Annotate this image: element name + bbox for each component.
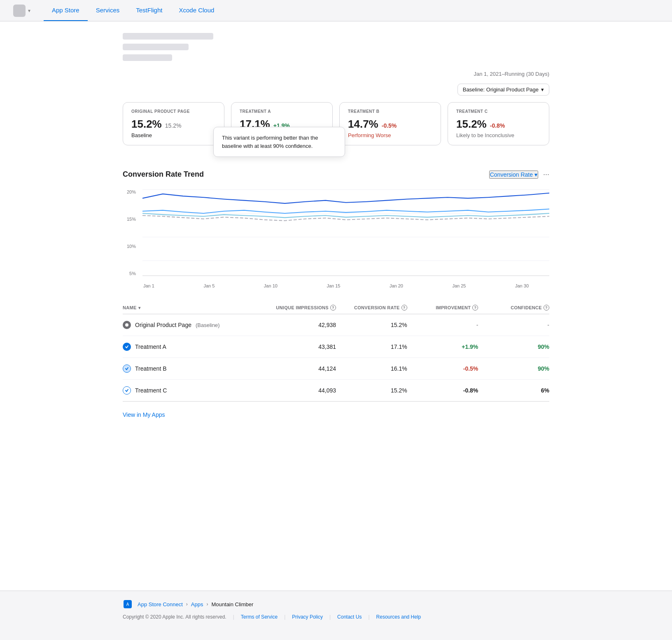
x-label-jan15: Jan 15 (327, 283, 340, 288)
row-treatment-b-impressions: 44,124 (265, 365, 336, 372)
breadcrumb-app-store-connect[interactable]: App Store Connect (138, 601, 183, 607)
row-treatment-a-improvement: +1.9% (407, 343, 478, 350)
tooltip: This variant is performing better than t… (213, 127, 345, 157)
chart-header: Conversion Rate Trend Conversion Rate ▾ … (123, 170, 549, 179)
dropdown-chevron-icon: ▾ (541, 86, 544, 93)
table-row: Treatment C 44,093 15.2% -0.8% 6% (123, 380, 549, 402)
row-original-conversion: 15.2% (336, 322, 407, 328)
privacy-link[interactable]: Privacy Policy (292, 614, 323, 620)
footer-links: Copyright © 2020 Apple Inc. All rights r… (123, 614, 549, 620)
row-treatment-c-name: Treatment C (135, 387, 167, 394)
card-treatment-c: TREATMENT C 15.2% -0.8% Likely to be Inc… (448, 102, 549, 145)
breadcrumb-apps[interactable]: Apps (191, 601, 203, 607)
row-original-impressions: 42,938 (265, 322, 336, 328)
card-original-values: 15.2% 15.2% (131, 118, 216, 131)
svg-text:A: A (126, 602, 129, 607)
x-label-jan20: Jan 20 (390, 283, 403, 288)
row-treatment-c-impressions: 44,093 (265, 387, 336, 394)
table-header: NAME ▾ UNIQUE IMPRESSIONS ? CONVERSION R… (123, 301, 549, 314)
row-name-original: Original Product Page (Baseline) (123, 321, 265, 329)
row-treatment-b-name: Treatment B (135, 365, 167, 372)
col-improvement: IMPROVEMENT ? (407, 305, 478, 311)
row-original-improvement: - (407, 322, 478, 328)
chart-svg (123, 185, 549, 280)
blurred-header (123, 33, 549, 61)
breadcrumb-current: Mountain Climber (212, 601, 254, 607)
confidence-help-icon[interactable]: ? (544, 305, 549, 311)
row-original-confidence: - (478, 322, 549, 328)
metric-cards-container: ORIGINAL PRODUCT PAGE 15.2% 15.2% Baseli… (123, 102, 549, 145)
table-row: Treatment B 44,124 16.1% -0.5% 90% (123, 358, 549, 380)
main-content: Jan 1, 2021–Running (30 Days) Baseline: … (0, 21, 672, 591)
date-baseline-row: Jan 1, 2021–Running (30 Days) Baseline: … (123, 71, 549, 96)
chart-metric-chevron-icon: ▾ (534, 171, 537, 178)
x-label-jan1: Jan 1 (143, 283, 154, 288)
row-treatment-b-confidence: 90% (478, 365, 549, 372)
row-name-treatment-c: Treatment C (123, 386, 265, 395)
card-treatment-b-status: Performing Worse (348, 132, 432, 138)
badge-treatment-c (123, 386, 131, 395)
col-impressions: UNIQUE IMPRESSIONS ? (265, 305, 336, 311)
tab-testflight[interactable]: TestFlight (128, 0, 170, 21)
resources-link[interactable]: Resources and Help (376, 614, 421, 620)
card-original-status: Baseline (131, 132, 216, 138)
col-name: NAME ▾ (123, 305, 265, 311)
blurred-line-2 (123, 44, 189, 50)
chart-container: 20% 15% 10% 5% (123, 185, 549, 288)
improvement-help-icon[interactable]: ? (472, 305, 478, 311)
sort-icon[interactable]: ▾ (138, 306, 140, 310)
row-original-tag: (Baseline) (196, 322, 220, 328)
tab-xcode-cloud[interactable]: Xcode Cloud (170, 0, 222, 21)
brand-chevron-icon[interactable]: ▾ (28, 8, 30, 14)
card-treatment-b-values: 14.7% -0.5% (348, 118, 432, 131)
y-label-20: 20% (123, 189, 139, 194)
top-navigation: ▾ App Store Services TestFlight Xcode Cl… (0, 0, 672, 21)
table-section: NAME ▾ UNIQUE IMPRESSIONS ? CONVERSION R… (123, 301, 549, 402)
date-range: Jan 1, 2021–Running (30 Days) (474, 71, 549, 77)
chart-more-icon[interactable]: ··· (543, 170, 549, 179)
chart-metric-button[interactable]: Conversion Rate ▾ (489, 171, 538, 179)
card-treatment-b: TREATMENT B 14.7% -0.5% Performing Worse (339, 102, 441, 145)
badge-treatment-a (123, 343, 131, 351)
card-original-sub: 15.2% (165, 122, 182, 129)
y-label-10: 10% (123, 244, 139, 249)
tab-services[interactable]: Services (88, 0, 128, 21)
terms-link[interactable]: Terms of Service (241, 614, 278, 620)
content-area: Jan 1, 2021–Running (30 Days) Baseline: … (110, 21, 562, 430)
card-treatment-c-delta: -0.8% (490, 122, 505, 129)
card-treatment-c-values: 15.2% -0.8% (456, 118, 541, 131)
card-treatment-c-status: Likely to be Inconclusive (456, 132, 541, 138)
card-original-label: ORIGINAL PRODUCT PAGE (131, 109, 216, 114)
card-treatment-b-main: 14.7% (348, 118, 378, 131)
view-in-my-apps-link[interactable]: View in My Apps (123, 411, 165, 418)
row-name-treatment-a: Treatment A (123, 343, 265, 351)
table-row: Treatment A 43,381 17.1% +1.9% 90% (123, 336, 549, 358)
baseline-dropdown[interactable]: Baseline: Original Product Page ▾ (457, 84, 549, 96)
card-treatment-c-main: 15.2% (456, 118, 487, 131)
row-treatment-b-improvement: -0.5% (407, 365, 478, 372)
tab-app-store[interactable]: App Store (44, 0, 88, 21)
chart-y-axis: 20% 15% 10% 5% (123, 189, 139, 276)
row-treatment-a-name: Treatment A (135, 343, 166, 350)
row-treatment-a-confidence: 90% (478, 343, 549, 350)
brand-area: ▾ (13, 5, 30, 17)
copyright: Copyright © 2020 Apple Inc. All rights r… (123, 614, 226, 620)
row-original-name: Original Product Page (135, 322, 191, 328)
chart-section: Conversion Rate Trend Conversion Rate ▾ … (123, 170, 549, 288)
x-label-jan10: Jan 10 (264, 283, 278, 288)
card-treatment-a-label: TREATMENT A (240, 109, 324, 114)
y-label-15: 15% (123, 217, 139, 222)
col-confidence: CONFIDENCE ? (478, 305, 549, 311)
conversion-help-icon[interactable]: ? (401, 305, 407, 311)
chart-controls: Conversion Rate ▾ ··· (489, 170, 549, 179)
card-treatment-b-delta: -0.5% (382, 122, 397, 129)
card-original-main: 15.2% (131, 118, 162, 131)
x-label-jan5: Jan 5 (203, 283, 215, 288)
blurred-line-1 (123, 33, 213, 40)
impressions-help-icon[interactable]: ? (330, 305, 336, 311)
x-label-jan25: Jan 25 (452, 283, 466, 288)
card-treatment-b-label: TREATMENT B (348, 109, 432, 114)
contact-link[interactable]: Contact Us (337, 614, 362, 620)
breadcrumb-sep-1: › (186, 601, 188, 607)
row-treatment-c-confidence: 6% (478, 387, 549, 394)
